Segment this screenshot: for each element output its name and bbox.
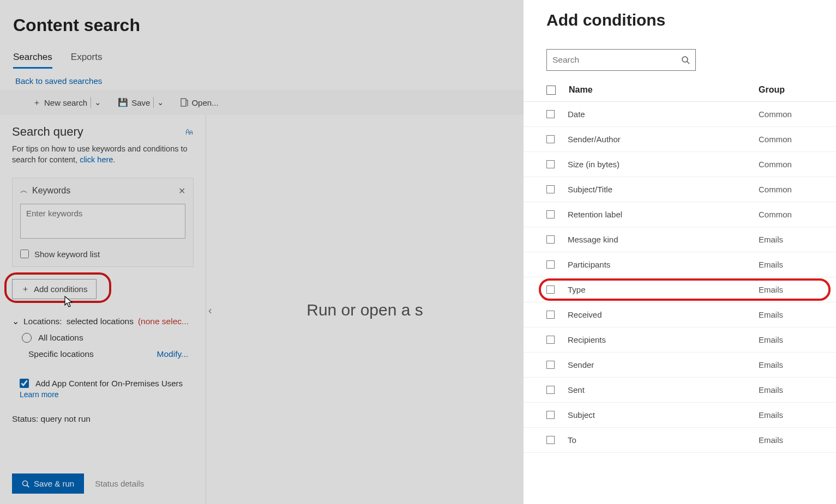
condition-checkbox[interactable] — [546, 436, 555, 444]
condition-name: Type — [568, 285, 759, 294]
app-content-checkbox[interactable]: Add App Content for On-Premises Users — [20, 379, 194, 388]
click-here-link[interactable]: click here. — [80, 155, 115, 164]
condition-row[interactable]: ToEmails — [524, 428, 836, 453]
language-icon[interactable]: 🗛 — [185, 127, 194, 137]
all-locations-option[interactable]: All locations — [22, 333, 194, 343]
condition-row[interactable]: Retention labelCommon — [524, 202, 836, 227]
modify-link[interactable]: Modify... — [157, 349, 194, 359]
condition-row[interactable]: SentEmails — [524, 378, 836, 403]
app-content-input[interactable] — [20, 379, 29, 388]
locations-header[interactable]: ⌄ Locations: selected locations (none se… — [12, 317, 194, 326]
back-to-saved-searches-link[interactable]: Back to saved searches — [0, 69, 524, 86]
chevron-up-icon[interactable]: ︿ — [20, 186, 28, 196]
svg-line-2 — [27, 485, 29, 487]
conditions-search-box[interactable] — [546, 49, 696, 71]
condition-row[interactable]: RecipientsEmails — [524, 327, 836, 353]
condition-group: Emails — [759, 385, 813, 394]
condition-checkbox[interactable] — [546, 210, 555, 218]
condition-group: Emails — [759, 360, 813, 369]
search-query-title: Search query — [12, 125, 83, 139]
chevron-down-icon[interactable]: ⌄ — [157, 98, 164, 107]
svg-point-1 — [23, 481, 28, 485]
save-icon: 💾 — [118, 98, 128, 107]
search-icon[interactable] — [681, 56, 690, 64]
locations-none: (none selec... — [138, 317, 189, 326]
condition-checkbox[interactable] — [546, 185, 555, 193]
status-line: Status: query not run — [12, 414, 194, 424]
radio-unselected-icon[interactable] — [22, 333, 32, 343]
condition-checkbox[interactable] — [546, 311, 555, 319]
condition-checkbox[interactable] — [546, 260, 555, 269]
condition-name: Subject — [568, 410, 759, 420]
condition-checkbox[interactable] — [546, 361, 555, 369]
condition-checkbox[interactable] — [546, 235, 555, 244]
condition-name: Sent — [568, 385, 759, 394]
search-query-tip: For tips on how to use keywords and cond… — [12, 143, 194, 166]
add-conditions-panel: Add conditions Name Group DateCommonSend… — [524, 0, 836, 504]
add-conditions-wrap: ＋ Add conditions — [12, 279, 194, 299]
learn-more-link[interactable]: Learn more — [20, 390, 194, 399]
condition-name: Message kind — [568, 235, 759, 244]
keywords-card: ︿ Keywords ✕ Show keyword list — [12, 178, 194, 267]
condition-name: Received — [568, 310, 759, 319]
condition-row[interactable]: SubjectEmails — [524, 403, 836, 428]
show-keyword-list-checkbox[interactable]: Show keyword list — [20, 250, 185, 259]
condition-row[interactable]: Subject/TitleCommon — [524, 177, 836, 202]
condition-name: Subject/Title — [568, 185, 759, 194]
save-button[interactable]: 💾 Save ⌄ — [118, 97, 164, 108]
svg-point-3 — [682, 57, 688, 62]
search-icon — [22, 480, 29, 488]
keywords-header: ︿ Keywords ✕ — [20, 186, 185, 196]
condition-row[interactable]: DateCommon — [524, 102, 836, 127]
condition-name: To — [568, 435, 759, 445]
condition-checkbox[interactable] — [546, 110, 555, 118]
select-all-checkbox[interactable] — [546, 86, 556, 95]
condition-name: Size (in bytes) — [568, 160, 759, 169]
condition-row[interactable]: ReceivedEmails — [524, 302, 836, 327]
condition-row[interactable]: TypeEmails — [524, 277, 836, 302]
condition-checkbox[interactable] — [546, 386, 555, 394]
keywords-input[interactable] — [20, 204, 185, 239]
condition-row[interactable]: Size (in bytes)Common — [524, 152, 836, 177]
condition-group: Emails — [759, 435, 813, 445]
close-icon[interactable]: ✕ — [178, 186, 185, 196]
condition-name: Date — [568, 110, 759, 119]
plus-icon: ＋ — [33, 98, 41, 108]
body-split: Search query 🗛 For tips on how to use ke… — [0, 115, 524, 504]
status-value: query not run — [41, 414, 91, 423]
condition-checkbox[interactable] — [546, 336, 555, 344]
divider — [153, 97, 154, 108]
tab-exports[interactable]: Exports — [71, 52, 103, 69]
status-prefix: Status: — [12, 414, 38, 423]
locations-selected: selected locations — [67, 317, 134, 326]
tab-searches[interactable]: Searches — [13, 52, 52, 69]
status-details-button[interactable]: Status details — [95, 479, 144, 488]
condition-checkbox[interactable] — [546, 286, 555, 294]
save-label: Save — [131, 98, 150, 107]
condition-name: Sender — [568, 360, 759, 369]
save-and-run-button[interactable]: Save & run — [12, 473, 84, 494]
new-search-button[interactable]: ＋ New search ⌄ — [33, 97, 101, 108]
center-placeholder-text: Run or open a s — [306, 301, 423, 319]
condition-row[interactable]: ParticipantsEmails — [524, 252, 836, 277]
specific-locations-option[interactable]: Specific locations Modify... — [22, 349, 194, 359]
open-icon — [181, 98, 188, 107]
collapse-pane-icon[interactable]: ‹ — [208, 303, 212, 316]
condition-name: Participants — [568, 260, 759, 269]
condition-row[interactable]: Message kindEmails — [524, 227, 836, 252]
locations-section: ⌄ Locations: selected locations (none se… — [12, 317, 194, 359]
condition-checkbox[interactable] — [546, 411, 555, 419]
condition-row[interactable]: Sender/AuthorCommon — [524, 127, 836, 152]
column-group-header: Group — [759, 85, 813, 95]
condition-checkbox[interactable] — [546, 160, 555, 168]
svg-line-4 — [687, 62, 689, 64]
tabs: Searches Exports — [0, 35, 524, 69]
show-keyword-list-input[interactable] — [20, 250, 29, 258]
bottom-buttons: Save & run Status details — [12, 473, 144, 494]
add-conditions-button[interactable]: ＋ Add conditions — [12, 279, 97, 299]
condition-row[interactable]: SenderEmails — [524, 353, 836, 378]
conditions-search-input[interactable] — [552, 55, 681, 65]
condition-checkbox[interactable] — [546, 135, 555, 143]
chevron-down-icon[interactable]: ⌄ — [94, 98, 101, 107]
open-button[interactable]: Open... — [181, 98, 218, 107]
